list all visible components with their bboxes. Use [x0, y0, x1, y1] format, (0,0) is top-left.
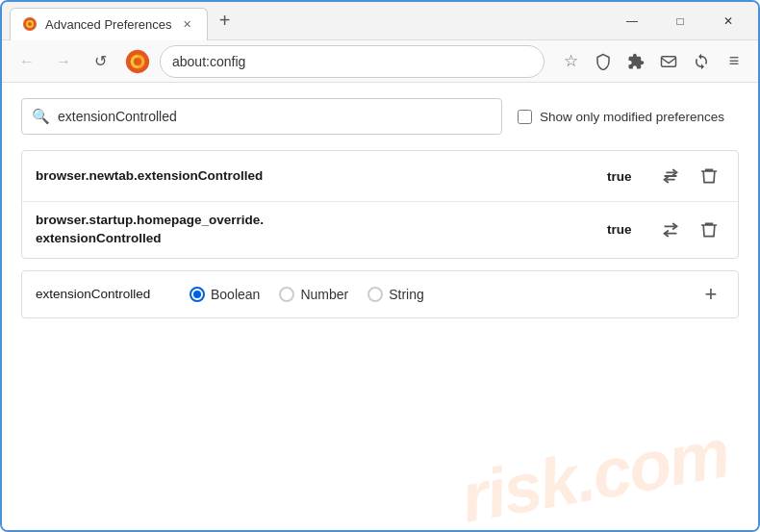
- new-tab-button[interactable]: +: [212, 8, 239, 35]
- address-bar[interactable]: about:config: [160, 45, 545, 78]
- firefox-logo-icon: [125, 49, 150, 74]
- pref-name-1: browser.newtab.extensionControlled: [36, 167, 597, 186]
- back-button[interactable]: ←: [12, 46, 42, 77]
- shield-svg-icon: [595, 53, 612, 70]
- radio-boolean[interactable]: Boolean: [190, 287, 260, 302]
- delete-button-2[interactable]: [694, 215, 724, 245]
- preferences-table: browser.newtab.extensionControlled true: [21, 150, 739, 259]
- radio-number-circle: [279, 287, 294, 302]
- tab-favicon-icon: [22, 16, 38, 32]
- show-modified-label: Show only modified preferences: [540, 110, 724, 124]
- toggle-button-1[interactable]: [655, 161, 686, 191]
- delete-button-1[interactable]: [694, 161, 724, 191]
- nav-bar: ← → ↺ about:config ☆ ≡: [2, 40, 758, 83]
- window-controls: — □ ✕: [602, 6, 750, 37]
- pref-value-1: true: [607, 169, 646, 184]
- radio-boolean-label: Boolean: [211, 287, 260, 302]
- show-modified-checkbox[interactable]: [518, 110, 532, 124]
- puzzle-icon: [627, 53, 645, 70]
- add-preference-row: extensionControlled Boolean Number Strin…: [21, 270, 739, 318]
- extension-icon[interactable]: [621, 47, 650, 76]
- forward-icon: →: [56, 53, 71, 70]
- active-tab[interactable]: Advanced Preferences ✕: [10, 8, 208, 40]
- radio-string-circle: [367, 287, 383, 302]
- address-text: about:config: [172, 54, 245, 69]
- search-box[interactable]: 🔍: [21, 98, 502, 135]
- nav-icons: ☆ ≡: [556, 47, 748, 76]
- radio-string-label: String: [389, 287, 424, 302]
- sync-svg-icon: [693, 53, 710, 70]
- tab-area: Advanced Preferences ✕ +: [10, 2, 602, 39]
- preference-row-2: browser.startup.homepage_override. exten…: [22, 202, 738, 258]
- maximize-button[interactable]: □: [658, 6, 702, 37]
- svg-point-2: [28, 22, 32, 26]
- main-content: risk.com 🔍 Show only modified preference…: [2, 83, 758, 532]
- preference-row-1: browser.newtab.extensionControlled true: [22, 151, 738, 202]
- watermark: risk.com: [455, 413, 734, 532]
- pref-actions-1: [655, 161, 724, 191]
- add-preference-button[interactable]: +: [697, 281, 724, 308]
- back-icon: ←: [19, 53, 35, 70]
- radio-number-label: Number: [300, 287, 348, 302]
- pref-value-2: true: [607, 222, 646, 237]
- toggle-button-2[interactable]: [655, 215, 686, 245]
- search-icon: 🔍: [32, 108, 50, 125]
- radio-string[interactable]: String: [367, 287, 424, 302]
- reload-button[interactable]: ↺: [85, 46, 115, 77]
- radio-boolean-circle: [190, 287, 205, 302]
- search-row: 🔍 Show only modified preferences: [21, 98, 739, 135]
- show-modified-area[interactable]: Show only modified preferences: [518, 110, 724, 124]
- profile-icon[interactable]: [654, 47, 683, 76]
- search-input[interactable]: [58, 109, 492, 124]
- shield-icon[interactable]: [589, 47, 618, 76]
- forward-button[interactable]: →: [48, 46, 79, 77]
- reload-icon: ↺: [94, 52, 107, 70]
- add-pref-name: extensionControlled: [36, 287, 170, 301]
- delete-icon-1: [699, 166, 719, 186]
- type-radio-group: Boolean Number String: [190, 287, 678, 302]
- pref-name-2: browser.startup.homepage_override. exten…: [36, 212, 597, 248]
- envelope-icon: [660, 53, 677, 70]
- menu-icon[interactable]: ≡: [720, 47, 748, 76]
- bookmark-icon[interactable]: ☆: [556, 47, 585, 76]
- toggle-icon-2: [660, 219, 681, 241]
- toggle-icon-1: [660, 165, 681, 187]
- tab-close-button[interactable]: ✕: [180, 16, 195, 32]
- minimize-button[interactable]: —: [610, 6, 654, 37]
- title-bar: Advanced Preferences ✕ + — □ ✕: [2, 2, 758, 40]
- svg-rect-6: [662, 56, 676, 66]
- tab-title: Advanced Preferences: [45, 17, 172, 32]
- sync-icon[interactable]: [687, 47, 716, 76]
- radio-number[interactable]: Number: [279, 287, 348, 302]
- delete-icon-2: [699, 220, 719, 240]
- close-button[interactable]: ✕: [706, 6, 750, 37]
- pref-actions-2: [655, 215, 724, 245]
